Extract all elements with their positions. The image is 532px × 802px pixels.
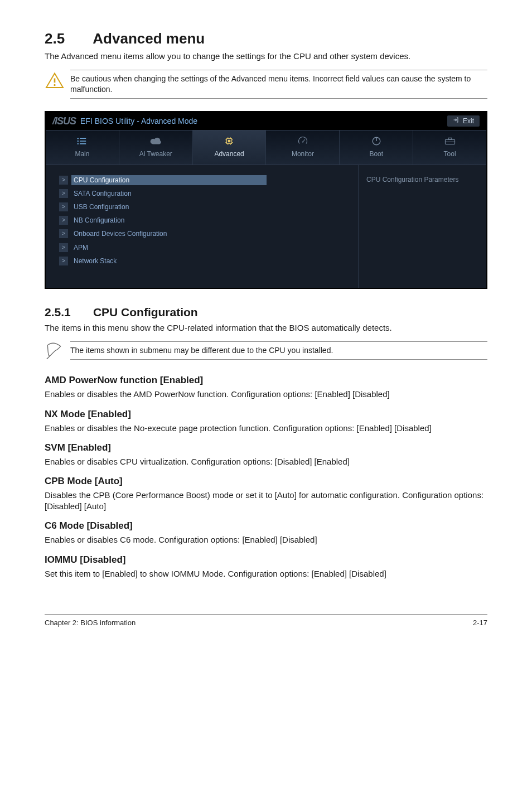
svg-point-4 — [78, 141, 79, 142]
exit-label: Exit — [463, 117, 474, 125]
svg-line-25 — [47, 356, 50, 359]
tab-boot[interactable]: Boot — [340, 131, 413, 164]
option-desc-nx: Enables or disables the No-execute page … — [45, 423, 487, 434]
tab-advanced-label: Advanced — [193, 149, 266, 158]
svg-point-2 — [78, 138, 79, 139]
option-heading-iommu: IOMMU [Disabled] — [45, 554, 487, 567]
menu-label: NB Configuration — [71, 215, 127, 225]
svg-rect-5 — [80, 141, 86, 142]
menu-label: Onboard Devices Configuration — [71, 229, 169, 239]
tab-tool[interactable]: Tool — [413, 131, 486, 164]
list-icon — [46, 135, 119, 147]
menu-network-stack[interactable]: >Network Stack — [59, 256, 347, 266]
subsection-number: 2.5.1 — [45, 305, 71, 320]
menu-label: APM — [71, 243, 90, 253]
option-desc-svm: Enables or disables CPU virtualization. … — [45, 456, 487, 467]
tab-boot-label: Boot — [340, 149, 413, 158]
note-icon — [45, 341, 70, 362]
bios-help-text: CPU Configuration Parameters — [366, 175, 478, 184]
tab-tool-label: Tool — [413, 149, 486, 158]
chevron-right-icon: > — [59, 189, 68, 198]
menu-nb-configuration[interactable]: >NB Configuration — [59, 215, 347, 225]
svg-rect-9 — [228, 140, 231, 143]
power-icon — [340, 135, 413, 147]
chevron-right-icon: > — [59, 202, 68, 211]
bios-help-panel: CPU Configuration Parameters — [358, 165, 486, 288]
exit-icon — [453, 117, 460, 125]
chevron-right-icon: > — [59, 257, 68, 265]
tab-monitor[interactable]: Monitor — [266, 131, 340, 164]
tab-main[interactable]: Main — [46, 131, 119, 164]
option-desc-cpb: Disables the CPB (Core Performance Boost… — [45, 490, 487, 513]
chip-icon — [193, 135, 266, 147]
option-desc-iommu: Set this item to [Enabled] to show IOMMU… — [45, 568, 487, 579]
bios-screenshot: /ISUS EFI BIOS Utility - Advanced Mode E… — [45, 111, 487, 288]
bios-main-area: >CPU Configuration >SATA Configuration >… — [46, 165, 486, 288]
section-number: 2.5 — [45, 29, 65, 49]
warning-icon — [45, 70, 70, 94]
warning-callout: Be cautious when changing the settings o… — [45, 70, 487, 99]
note-text: The items shown in submenu may be differ… — [70, 341, 487, 360]
bios-title: EFI BIOS Utility - Advanced Mode — [80, 116, 197, 127]
option-desc-powernow: Enables or disables the AMD PowerNow fun… — [45, 389, 487, 400]
gauge-icon — [266, 135, 339, 147]
menu-usb-configuration[interactable]: >USB Configuration — [59, 202, 347, 212]
menu-label: USB Configuration — [71, 202, 131, 212]
option-heading-cpb: CPB Mode [Auto] — [45, 475, 487, 488]
footer-page: 2-17 — [473, 618, 487, 628]
page-footer: Chapter 2: BIOS information 2-17 — [45, 614, 487, 628]
menu-label: CPU Configuration — [71, 175, 267, 185]
menu-apm[interactable]: >APM — [59, 243, 347, 253]
menu-cpu-configuration[interactable]: >CPU Configuration — [59, 175, 347, 185]
toolbox-icon — [413, 135, 486, 147]
tab-ai-tweaker[interactable]: Ai Tweaker — [119, 131, 193, 164]
option-heading-c6: C6 Mode [Disabled] — [45, 520, 487, 533]
subsection-intro: The items in this menu show the CPU-rela… — [45, 322, 487, 334]
warning-text: Be cautious when changing the settings o… — [70, 70, 487, 99]
section-title: Advanced menu — [93, 29, 205, 49]
svg-rect-7 — [80, 143, 86, 144]
chevron-right-icon: > — [59, 216, 68, 225]
menu-label: Network Stack — [71, 256, 119, 266]
chevron-right-icon: > — [59, 229, 68, 238]
chevron-right-icon: > — [59, 176, 68, 185]
svg-point-6 — [78, 143, 79, 144]
exit-button[interactable]: Exit — [447, 115, 480, 127]
svg-rect-23 — [448, 138, 452, 140]
chevron-right-icon: > — [59, 243, 68, 252]
bios-menu-list: >CPU Configuration >SATA Configuration >… — [46, 165, 358, 288]
cloud-icon — [119, 135, 192, 147]
footer-chapter: Chapter 2: BIOS information — [45, 618, 136, 628]
tab-monitor-label: Monitor — [266, 149, 339, 158]
option-heading-powernow: AMD PowerNow function [Enabled] — [45, 374, 487, 387]
menu-sata-configuration[interactable]: >SATA Configuration — [59, 189, 347, 199]
svg-point-1 — [54, 84, 55, 86]
bios-top-bar: /ISUS EFI BIOS Utility - Advanced Mode E… — [46, 112, 486, 130]
section-intro: The Advanced menu items allow you to cha… — [45, 51, 487, 62]
menu-label: SATA Configuration — [71, 189, 134, 199]
section-heading: 2.5 Advanced menu — [45, 29, 487, 49]
subsection-heading: 2.5.1 CPU Configuration — [45, 305, 487, 320]
svg-point-19 — [302, 142, 303, 143]
note-callout: The items shown in submenu may be differ… — [45, 341, 487, 362]
tab-advanced[interactable]: Advanced — [193, 131, 267, 164]
asus-logo: /ISUS — [52, 114, 76, 128]
subsection-title: CPU Configuration — [93, 305, 198, 320]
tab-main-label: Main — [46, 149, 119, 158]
svg-rect-3 — [80, 138, 86, 139]
option-heading-svm: SVM [Enabled] — [45, 442, 487, 455]
option-desc-c6: Enables or disables C6 mode. Configurati… — [45, 534, 487, 545]
menu-onboard-devices[interactable]: >Onboard Devices Configuration — [59, 229, 347, 239]
bios-tab-bar: Main Ai Tweaker Advanced Monitor Boot To… — [46, 130, 486, 165]
option-heading-nx: NX Mode [Enabled] — [45, 408, 487, 421]
tab-tweaker-label: Ai Tweaker — [119, 149, 192, 158]
